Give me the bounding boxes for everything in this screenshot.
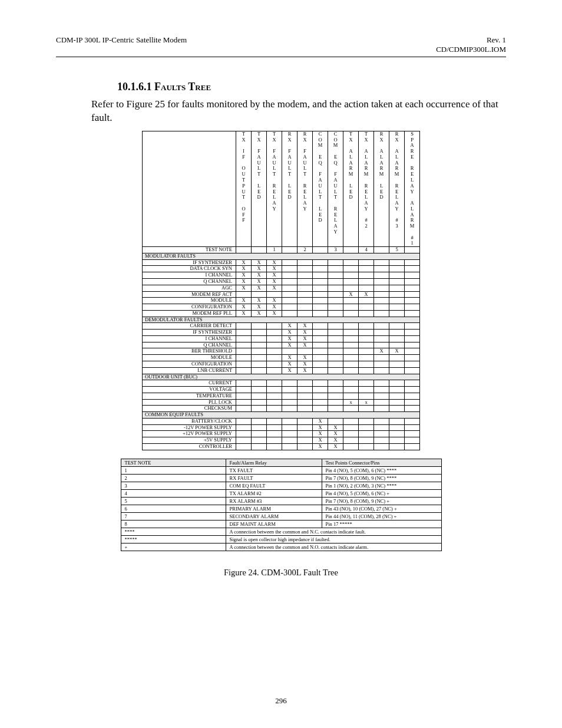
fault-tree-table: TX IF OUTPUT OFF TX FAULT LED TX FAULT R… — [142, 131, 420, 450]
page-number: 296 — [0, 696, 562, 706]
doc-title-left: CDM-IP 300L IP-Centric Satellite Modem — [56, 35, 187, 54]
section-intro: Refer to Figure 25 for faults monitored … — [91, 98, 506, 125]
section-heading: 10.1.6.1 Faults Tree — [117, 81, 506, 93]
test-note-table: TEST NOTEFault/Alarm RelayTest Points Co… — [121, 459, 442, 551]
doc-code: CD/CDMIP300L.IOM — [436, 45, 506, 54]
figure-caption: Figure 24. CDM-300L Fault Tree — [56, 568, 506, 578]
doc-rev: Rev. 1 — [436, 35, 506, 45]
header-rule — [56, 57, 506, 57]
